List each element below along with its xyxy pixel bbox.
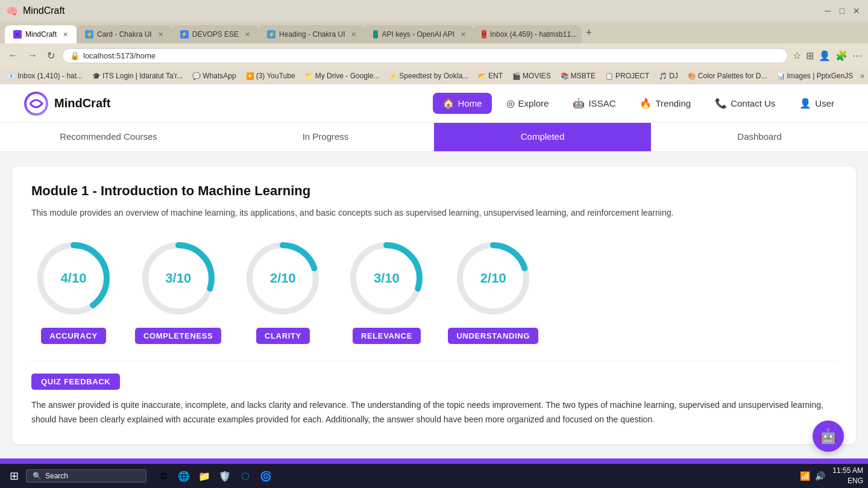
chatbot-icon: 🤖: [819, 428, 837, 445]
bookmark-pptxgenjs[interactable]: 📊 Images | PptxGenJS: [775, 70, 856, 81]
tab-favicon-chakra-card: ⚡: [85, 30, 93, 39]
tab-favicon-openai: ⬡: [373, 30, 378, 39]
chatbot-bubble[interactable]: 🤖: [813, 421, 844, 452]
extensions-icon[interactable]: 🧩: [835, 50, 848, 61]
metric-value-understanding: 2/10: [480, 271, 506, 286]
bookmark-label-project: PROJECT: [615, 72, 649, 80]
collections-icon[interactable]: ⊞: [806, 50, 814, 61]
tab-close-chakra-card[interactable]: ✕: [158, 31, 163, 39]
browser-tab-mindcraft[interactable]: ∞ MindCraft ✕: [5, 25, 77, 43]
minimize-button[interactable]: ─: [822, 5, 833, 16]
back-button[interactable]: ←: [6, 49, 20, 62]
explore-icon: ◎: [506, 98, 515, 109]
bookmark-label-whatsapp: WhatsApp: [203, 72, 236, 80]
tab-close-devops[interactable]: ✕: [245, 31, 250, 39]
metric-clarity: 2/10 CLARITY: [241, 236, 325, 344]
tab-recommended[interactable]: Recommended Courses: [0, 123, 217, 151]
brand-logo-icon: [24, 92, 48, 116]
bookmark-speedtest[interactable]: ⚡ Speedtest by Ookla...: [386, 70, 471, 81]
brand[interactable]: MindCraft: [24, 92, 110, 116]
tab-close-mindcraft[interactable]: ✕: [63, 31, 68, 39]
bookmark-label-color: Color Palettes for D...: [698, 72, 767, 80]
url-text: localhost:5173/home: [83, 51, 156, 60]
tab-favicon-mindcraft: ∞: [13, 30, 22, 39]
bookmark-project[interactable]: 📋 PROJECT: [603, 70, 652, 81]
bookmark-its[interactable]: 🎓 ITS Login | Idaratut Ta'r...: [90, 70, 185, 81]
feedback-text: The answer provided is quite inaccurate,…: [31, 398, 837, 427]
forward-button[interactable]: →: [25, 49, 40, 62]
network-icon[interactable]: 📶: [800, 471, 810, 481]
bookmark-whatsapp[interactable]: 💬 WhatsApp: [190, 70, 238, 81]
tab-completed[interactable]: Completed: [434, 123, 651, 151]
tab-inprogress[interactable]: In Progress: [217, 123, 434, 151]
tab-label-openai: API keys - OpenAI API: [382, 30, 454, 39]
bookmark-msbte[interactable]: 📚 MSBTE: [558, 70, 598, 81]
browser-tab-devops[interactable]: ⚡ DEVOPS ESE ✕: [172, 25, 259, 43]
taskbar-search[interactable]: 🔍 Search: [26, 469, 146, 483]
nav-label-issac: ISSAC: [588, 98, 615, 108]
bookmark-label-pptx: Images | PptxGenJS: [787, 72, 854, 80]
bookmarks-bar: 📧 Inbox (1,410) - hat... 🎓 ITS Login | I…: [0, 67, 868, 84]
new-tab-button[interactable]: +: [582, 27, 596, 39]
nav-item-contact[interactable]: 📞 Contact Us: [705, 93, 785, 114]
nav-item-home[interactable]: 🏠 Home: [433, 93, 492, 114]
metric-value-completeness: 3/10: [165, 271, 191, 286]
nav-links: 🏠 Home ◎ Explore 🤖 ISSAC 🔥 Trending 📞 Co…: [433, 93, 844, 114]
taskbar-icon-browser[interactable]: 🌐: [174, 466, 193, 486]
taskbar-icon-explorer[interactable]: 📁: [195, 466, 214, 486]
tab-close-openai[interactable]: ✕: [461, 31, 466, 39]
tab-label-recommended: Recommended Courses: [60, 131, 157, 142]
bookmark-icon-whatsapp: 💬: [192, 72, 201, 80]
bookmark-icon-dj: 🎵: [659, 72, 667, 80]
close-button[interactable]: ✕: [851, 5, 862, 16]
nav-item-user[interactable]: 👤 User: [790, 93, 844, 114]
volume-icon[interactable]: 🔊: [815, 471, 825, 481]
circle-relevance: 3/10: [344, 236, 429, 321]
menu-icon[interactable]: ⋯: [852, 50, 862, 61]
bookmark-color-palettes[interactable]: 🎨 Color Palettes for D...: [685, 70, 770, 81]
bookmark-dj[interactable]: 🎵 DJ: [656, 70, 681, 81]
metrics-row: 4/10 ACCURACY 3/10 COMPLETENESS: [31, 236, 837, 344]
start-button[interactable]: ⊞: [5, 467, 24, 485]
address-bar-icons: ☆ ⊞ 👤 🧩 ⋯: [793, 50, 862, 61]
nav-item-trending[interactable]: 🔥 Trending: [630, 93, 700, 114]
profile-icon[interactable]: 👤: [819, 50, 831, 61]
tab-dashboard[interactable]: Dashboard: [651, 123, 868, 151]
bookmark-label-inbox: Inbox (1,410) - hat...: [17, 72, 83, 80]
star-icon[interactable]: ☆: [793, 50, 801, 61]
bookmark-inbox[interactable]: 📧 Inbox (1,410) - hat...: [5, 70, 85, 81]
feedback-badge: QUIZ FEEDBACK: [31, 374, 120, 390]
bookmark-ent[interactable]: 📂 ENT: [476, 70, 505, 81]
security-icon: 🔒: [70, 51, 80, 60]
nav-item-issac[interactable]: 🤖 ISSAC: [563, 93, 625, 114]
bookmark-movies[interactable]: 🎬 MOVIES: [510, 70, 553, 81]
maximize-button[interactable]: □: [837, 5, 848, 16]
browser-tab-chakra-card[interactable]: ⚡ Card - Chakra UI ✕: [77, 25, 172, 43]
browser-tab-chakra-heading[interactable]: ⚡ Heading - Chakra UI ✕: [259, 25, 365, 43]
nav-item-explore[interactable]: ◎ Explore: [497, 93, 559, 114]
nav-label-contact: Contact Us: [731, 98, 775, 108]
tab-label-devops: DEVOPS ESE: [192, 30, 239, 39]
taskbar-icon-shield[interactable]: 🛡️: [215, 466, 234, 486]
search-icon: 🔍: [33, 472, 42, 480]
taskbar-icon-vscode[interactable]: ⬡: [236, 466, 255, 486]
url-bar[interactable]: 🔒 localhost:5173/home: [62, 48, 788, 63]
svg-point-0: [25, 93, 47, 114]
tab-label-inprogress: In Progress: [303, 131, 349, 142]
refresh-button[interactable]: ↻: [45, 49, 57, 63]
browser-tab-gmail[interactable]: M Inbox (4,459) - hatmsb11... ✕: [473, 25, 582, 43]
bookmark-youtube[interactable]: ▶️ (3) YouTube: [244, 70, 298, 81]
taskbar-icon-taskview[interactable]: ⧉: [154, 466, 173, 486]
tab-close-chakra-heading[interactable]: ✕: [351, 31, 356, 39]
bookmarks-more-button[interactable]: »: [860, 72, 864, 80]
metric-badge-accuracy: ACCURACY: [41, 328, 106, 344]
browser-tab-openai[interactable]: ⬡ API keys - OpenAI API ✕: [365, 25, 473, 43]
taskbar-icon-edge[interactable]: 🌀: [256, 466, 275, 486]
home-icon: 🏠: [442, 98, 454, 109]
circle-accuracy: 4/10: [31, 236, 116, 321]
bookmark-label-ent: ENT: [488, 72, 503, 80]
bookmark-drive[interactable]: 📁 My Drive - Google...: [303, 70, 382, 81]
metric-value-relevance: 3/10: [374, 271, 400, 286]
time-display: 11:55 AM ENG: [832, 466, 863, 486]
bookmark-icon-project: 📋: [605, 72, 614, 80]
